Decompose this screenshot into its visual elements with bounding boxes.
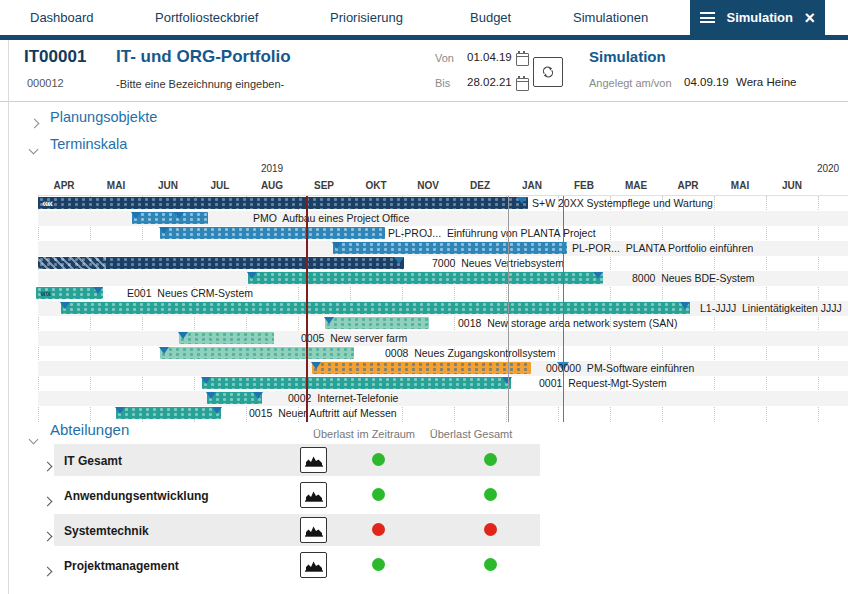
gantt-bar-label: L1-JJJJ Linientätigkeiten JJJJ bbox=[700, 301, 842, 316]
gantt-bar-label: 0001 Request-Mgt-System bbox=[539, 376, 667, 391]
status-dot-ueberlast-gesamt bbox=[484, 453, 497, 466]
gantt-bar-label: E001 Neues CRM-System bbox=[127, 286, 253, 301]
status-dot-ueberlast-zeitraum bbox=[372, 488, 385, 501]
chevron-right-icon[interactable] bbox=[31, 113, 38, 131]
month-label: DEZ bbox=[454, 180, 506, 191]
year-label: 2019 bbox=[261, 163, 283, 174]
gantt-bar[interactable] bbox=[132, 212, 208, 224]
refresh-button[interactable] bbox=[533, 57, 563, 87]
gantt-bar[interactable] bbox=[325, 317, 429, 329]
month-label: JUL bbox=[194, 180, 246, 191]
month-label: SEP bbox=[298, 180, 350, 191]
status-dot-ueberlast-zeitraum bbox=[372, 558, 385, 571]
section-abteilungen[interactable]: Abteilungen bbox=[50, 421, 129, 438]
col-header-ueberlast-gesamt: Überlast Gesamt bbox=[428, 428, 514, 440]
month-label: OKT bbox=[350, 180, 402, 191]
portfolio-name-input[interactable]: -Bitte eine Bezeichnung eingeben- bbox=[116, 78, 284, 90]
chevron-right-icon[interactable] bbox=[44, 456, 51, 474]
bis-date-field[interactable]: 28.02.21 bbox=[467, 76, 512, 88]
tab-simulation-active[interactable]: Simulation × bbox=[690, 0, 825, 35]
gantt-bar[interactable] bbox=[160, 227, 385, 239]
milestone-marker-icon bbox=[159, 347, 169, 354]
department-label: Systemtechnik bbox=[64, 524, 149, 538]
close-tab-icon[interactable]: × bbox=[804, 9, 815, 27]
milestone-marker-icon bbox=[93, 287, 103, 294]
milestone-marker-icon bbox=[174, 212, 184, 219]
milestone-marker-icon bbox=[115, 407, 125, 414]
histogram-button[interactable] bbox=[300, 552, 327, 578]
milestone-marker-icon bbox=[311, 362, 321, 369]
histogram-icon bbox=[305, 524, 323, 537]
tab-priorisierung[interactable]: Priorisierung bbox=[330, 0, 403, 35]
status-dot-ueberlast-gesamt bbox=[484, 523, 497, 536]
portfolio-id: IT00001 bbox=[24, 47, 86, 67]
department-label: Projektmanagement bbox=[64, 559, 179, 573]
department-rows: IT Gesamt Anwendungsentwicklung bbox=[0, 444, 848, 584]
department-row: Projektmanagement bbox=[0, 549, 848, 581]
gantt-bar-label: PMO Aufbau eines Project Office bbox=[253, 211, 409, 226]
gantt-bar-label: PL-PROJ... Einführung von PLANTA Project bbox=[388, 226, 596, 241]
milestone-marker-icon bbox=[131, 212, 141, 219]
milestone-marker-icon bbox=[206, 392, 216, 399]
gantt-bar[interactable] bbox=[248, 272, 603, 284]
portfolio-header: IT00001 000012 IT- und ORG-Portfolio -Bi… bbox=[0, 40, 848, 102]
col-header-ueberlast-zeitraum: Überlast im Zeitraum bbox=[308, 428, 420, 440]
month-label: MAI bbox=[714, 180, 766, 191]
gantt-bar[interactable] bbox=[333, 242, 567, 254]
chevron-right-icon[interactable] bbox=[44, 491, 51, 509]
portfolio-code: 000012 bbox=[27, 77, 64, 89]
calendar-icon-von[interactable] bbox=[516, 52, 529, 70]
department-row: Anwendungsentwicklung bbox=[0, 479, 848, 511]
month-label: FEB bbox=[558, 180, 610, 191]
gantt-bar[interactable] bbox=[312, 362, 531, 374]
histogram-button[interactable] bbox=[300, 447, 327, 473]
chevron-down-icon[interactable] bbox=[30, 139, 37, 157]
milestone-marker-icon bbox=[502, 377, 512, 384]
month-label: JUN bbox=[142, 180, 194, 191]
von-date-field[interactable]: 01.04.19 bbox=[467, 51, 512, 63]
milestone-marker-icon bbox=[332, 242, 342, 249]
angelegt-date: 04.09.19 bbox=[684, 76, 729, 88]
gantt-bar[interactable] bbox=[61, 302, 690, 314]
gantt-bar-label: 0008 Neues Zugangskontrollsystem bbox=[385, 346, 555, 361]
gantt-bar[interactable] bbox=[116, 407, 221, 419]
milestone-marker-icon bbox=[212, 407, 222, 414]
month-label: AUG bbox=[246, 180, 298, 191]
gantt-bar[interactable] bbox=[160, 347, 354, 359]
histogram-button[interactable] bbox=[300, 482, 327, 508]
gantt-row-stripe bbox=[38, 316, 848, 331]
section-planungsobjekte[interactable]: Planungsobjekte bbox=[50, 109, 157, 125]
tab-portfoliosteckbrief[interactable]: Portfoliosteckbrief bbox=[155, 0, 258, 35]
milestone-marker-icon bbox=[201, 377, 211, 384]
angelegt-label: Angelegt am/von bbox=[589, 77, 672, 89]
active-tab-label: Simulation bbox=[724, 10, 795, 25]
chevron-right-icon[interactable] bbox=[44, 526, 51, 544]
histogram-button[interactable] bbox=[300, 517, 327, 543]
continues-left-icon: «« bbox=[42, 197, 52, 209]
chevron-right-icon[interactable] bbox=[44, 561, 51, 579]
gantt-bar[interactable] bbox=[179, 332, 274, 344]
section-terminskala[interactable]: Terminskala bbox=[50, 136, 127, 152]
von-label: Von bbox=[435, 52, 454, 64]
gantt-bar[interactable] bbox=[38, 197, 528, 209]
tab-budget[interactable]: Budget bbox=[470, 0, 511, 35]
milestone-marker-icon bbox=[247, 272, 257, 279]
gantt-bar-label: 0015 Neuer Auftritt auf Messen bbox=[249, 406, 397, 421]
hamburger-menu-icon[interactable] bbox=[700, 10, 715, 26]
tab-dashboard[interactable]: Dashboard bbox=[30, 0, 94, 35]
gantt-rows: ««S+W 20XX Systempflege und WartungPMO A… bbox=[38, 196, 848, 424]
histogram-icon bbox=[305, 454, 323, 467]
milestone-marker-icon bbox=[60, 302, 70, 309]
gantt-bar[interactable] bbox=[202, 377, 511, 389]
tab-bar: Dashboard Portfoliosteckbrief Priorisier… bbox=[0, 0, 848, 40]
calendar-icon-bis[interactable] bbox=[516, 77, 529, 95]
tab-simulationen[interactable]: Simulationen bbox=[573, 0, 648, 35]
month-label: MAI bbox=[90, 180, 142, 191]
department-label: Anwendungsentwicklung bbox=[64, 489, 209, 503]
bis-label: Bis bbox=[435, 77, 450, 89]
milestone-marker-icon bbox=[324, 317, 334, 324]
histogram-icon bbox=[305, 559, 323, 572]
gantt-chart: 20192020 APRMAIJUNJULAUGSEPOKTNOVDEZJANF… bbox=[38, 163, 848, 425]
month-label: MAE bbox=[610, 180, 662, 191]
gantt-row-stripe bbox=[38, 331, 848, 346]
